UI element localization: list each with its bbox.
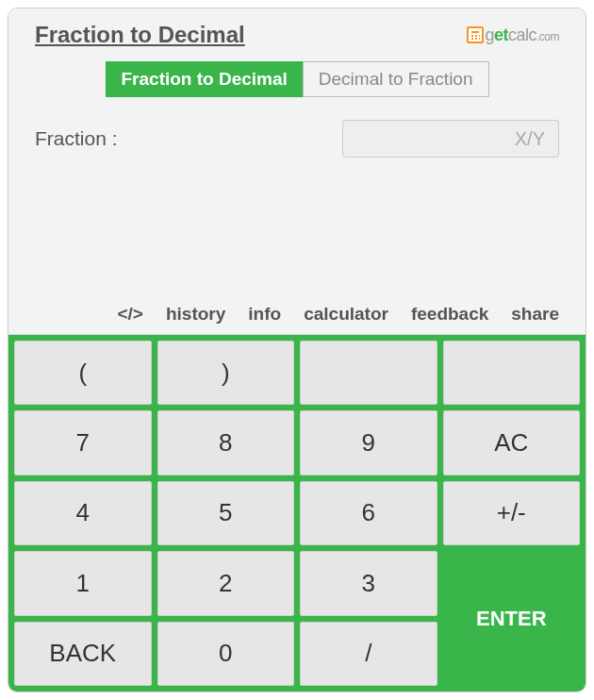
page-title: Fraction to Decimal (35, 22, 245, 48)
key-blank[interactable] (300, 341, 437, 405)
action-row: </> history info calculator feedback sha… (35, 296, 559, 334)
feedback-action[interactable]: feedback (411, 304, 488, 325)
calculator-widget: Fraction to Decimal getcalc.com Fraction… (8, 8, 586, 692)
key-9[interactable]: 9 (300, 410, 437, 475)
key-slash[interactable]: / (300, 622, 437, 686)
key-ac[interactable]: AC (443, 410, 581, 475)
share-action[interactable]: share (511, 304, 559, 325)
key-7[interactable]: 7 (14, 410, 152, 475)
calculator-action[interactable]: calculator (304, 304, 388, 325)
key-left-paren[interactable]: ( (14, 341, 152, 405)
key-1[interactable]: 1 (14, 551, 152, 615)
key-3[interactable]: 3 (300, 551, 437, 615)
spacer (35, 167, 559, 296)
key-blank[interactable] (443, 341, 581, 405)
key-6[interactable]: 6 (300, 481, 437, 545)
key-right-paren[interactable]: ) (157, 341, 295, 405)
key-2[interactable]: 2 (157, 551, 295, 615)
key-5[interactable]: 5 (157, 481, 295, 545)
info-action[interactable]: info (248, 304, 281, 325)
calculator-icon (467, 26, 484, 43)
key-0[interactable]: 0 (157, 622, 295, 686)
embed-action[interactable]: </> (117, 304, 142, 325)
fraction-label: Fraction : (35, 127, 118, 150)
fraction-input-row: Fraction : (35, 120, 559, 158)
key-enter[interactable]: ENTER (443, 551, 581, 686)
getcalc-logo[interactable]: getcalc.com (467, 25, 559, 45)
tab-fraction-to-decimal[interactable]: Fraction to Decimal (106, 61, 303, 97)
title-row: Fraction to Decimal getcalc.com (35, 22, 559, 48)
tab-decimal-to-fraction[interactable]: Decimal to Fraction (303, 61, 489, 97)
mode-tabs: Fraction to Decimal Decimal to Fraction (35, 61, 559, 97)
keypad: ( ) 7 8 9 AC 4 5 6 +/- 1 2 3 ENTER BACK … (8, 335, 586, 692)
fraction-input[interactable] (342, 120, 559, 158)
key-plus-minus[interactable]: +/- (443, 481, 581, 545)
key-4[interactable]: 4 (14, 481, 152, 545)
logo-text: getcalc.com (485, 25, 559, 45)
key-8[interactable]: 8 (157, 410, 295, 475)
key-back[interactable]: BACK (14, 622, 152, 686)
history-action[interactable]: history (166, 304, 225, 325)
display-panel: Fraction to Decimal getcalc.com Fraction… (8, 8, 586, 335)
